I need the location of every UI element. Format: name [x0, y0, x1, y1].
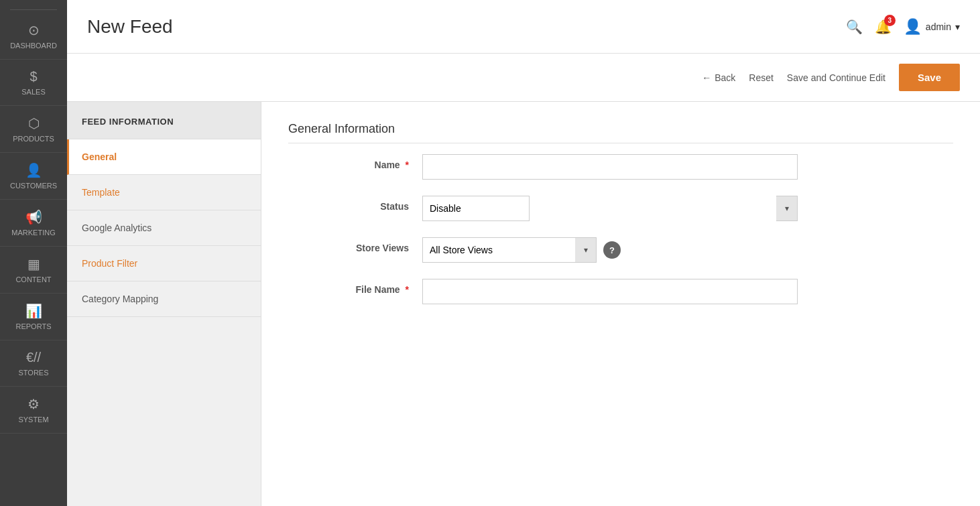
sidebar-item-sales[interactable]: $ SALES: [0, 60, 67, 106]
status-select-wrap: Disable Enable ▾: [422, 196, 798, 221]
left-nav-item-product-filter[interactable]: Product Filter: [67, 246, 261, 281]
name-required-star: *: [406, 160, 409, 170]
reports-icon: 📊: [25, 303, 42, 319]
store-views-help-icon[interactable]: ?: [603, 241, 621, 259]
notification-badge: 3: [884, 15, 896, 26]
left-nav-item-label: Product Filter: [82, 258, 137, 269]
status-field: Disable Enable ▾: [422, 196, 798, 221]
left-nav-item-google-analytics[interactable]: Google Analytics: [67, 210, 261, 246]
admin-user-menu[interactable]: 👤 admin ▾: [904, 18, 960, 36]
sidebar-item-marketing[interactable]: 📢 MARKETING: [0, 200, 67, 247]
left-nav-item-label: General: [82, 151, 117, 162]
sidebar: ⊙ DASHBOARD $ SALES ⬡ PRODUCTS 👤 CUSTOME…: [0, 0, 67, 506]
name-label: Name *: [288, 154, 422, 170]
save-label: Save: [918, 72, 941, 83]
left-nav: FEED INFORMATION General Template Google…: [67, 102, 261, 506]
left-nav-item-label: Template: [82, 187, 120, 198]
store-views-field: All Store Views ▾ ?: [422, 237, 798, 263]
status-label: Status: [288, 196, 422, 212]
file-name-field: [422, 279, 798, 304]
left-nav-item-category-mapping[interactable]: Category Mapping: [67, 281, 261, 317]
name-field-row: Name *: [288, 154, 953, 180]
customers-icon: 👤: [25, 162, 42, 178]
back-label: Back: [715, 72, 735, 83]
action-bar: ← Back Reset Save and Continue Edit Save: [67, 54, 980, 102]
sidebar-item-label: DASHBOARD: [10, 42, 57, 50]
sidebar-item-label: MARKETING: [11, 229, 55, 237]
back-arrow-icon: ←: [702, 72, 711, 83]
save-continue-button[interactable]: Save and Continue Edit: [787, 72, 885, 83]
content-icon: ▦: [27, 256, 40, 272]
status-select-arrow: ▾: [776, 196, 798, 221]
store-views-label: Store Views: [288, 237, 422, 253]
top-header: New Feed 🔍 🔔 3 👤 admin ▾: [67, 0, 980, 54]
search-icon: 🔍: [846, 19, 863, 34]
notification-button[interactable]: 🔔 3: [875, 19, 892, 35]
sidebar-item-label: PRODUCTS: [13, 135, 54, 143]
store-select-container: All Store Views ▾: [422, 237, 597, 263]
sidebar-item-customers[interactable]: 👤 CUSTOMERS: [0, 153, 67, 200]
sidebar-item-label: CUSTOMERS: [10, 182, 57, 190]
left-nav-item-template[interactable]: Template: [67, 175, 261, 210]
left-nav-item-general[interactable]: General: [67, 139, 261, 175]
form-section-title: General Information: [288, 122, 953, 143]
save-continue-label: Save and Continue Edit: [787, 72, 885, 83]
main-area: New Feed 🔍 🔔 3 👤 admin ▾ ← Back Reset: [67, 0, 980, 506]
name-field: [422, 154, 798, 180]
sidebar-item-reports[interactable]: 📊 REPORTS: [0, 294, 67, 340]
stores-icon: €//: [26, 350, 41, 365]
content-layout: FEED INFORMATION General Template Google…: [67, 102, 980, 506]
admin-label: admin: [926, 21, 951, 32]
dashboard-icon: ⊙: [28, 22, 40, 38]
page-title: New Feed: [87, 16, 173, 38]
sidebar-item-products[interactable]: ⬡ PRODUCTS: [0, 106, 67, 153]
left-nav-item-label: Category Mapping: [82, 294, 158, 304]
status-select[interactable]: Disable Enable: [422, 196, 530, 221]
status-field-row: Status Disable Enable ▾: [288, 196, 953, 221]
store-views-select-wrap: All Store Views ▾ ?: [422, 237, 798, 263]
sales-icon: $: [29, 69, 37, 84]
sidebar-item-content[interactable]: ▦ CONTENT: [0, 247, 67, 294]
sidebar-item-stores[interactable]: €// STORES: [0, 340, 67, 387]
file-name-input[interactable]: [422, 279, 798, 304]
form-area: General Information Name * Status: [261, 102, 980, 506]
sidebar-item-label: CONTENT: [15, 275, 51, 283]
header-actions: 🔍 🔔 3 👤 admin ▾: [846, 18, 960, 36]
back-button[interactable]: ← Back: [702, 72, 735, 83]
reset-label: Reset: [749, 72, 774, 83]
sidebar-item-label: SYSTEM: [18, 416, 48, 424]
name-input[interactable]: [422, 154, 798, 180]
file-name-field-row: File Name *: [288, 279, 953, 304]
products-icon: ⬡: [28, 115, 40, 131]
system-icon: ⚙: [27, 396, 40, 412]
save-button[interactable]: Save: [899, 64, 960, 91]
reset-button[interactable]: Reset: [749, 72, 774, 83]
chevron-down-icon: ▾: [955, 21, 960, 32]
marketing-icon: 📢: [25, 209, 42, 225]
file-name-label: File Name *: [288, 279, 422, 295]
sidebar-item-system[interactable]: ⚙ SYSTEM: [0, 387, 67, 434]
sidebar-item-dashboard[interactable]: ⊙ DASHBOARD: [0, 13, 67, 60]
avatar-icon: 👤: [904, 18, 922, 36]
sidebar-item-label: STORES: [18, 369, 48, 377]
left-nav-section-title: FEED INFORMATION: [67, 102, 261, 139]
search-button[interactable]: 🔍: [846, 19, 863, 35]
store-views-select[interactable]: All Store Views: [422, 237, 597, 263]
file-name-required-star: *: [406, 284, 409, 295]
store-views-field-row: Store Views All Store Views ▾ ?: [288, 237, 953, 263]
sidebar-item-label: REPORTS: [16, 322, 52, 330]
left-nav-item-label: Google Analytics: [82, 223, 151, 233]
sidebar-item-label: SALES: [21, 88, 45, 96]
